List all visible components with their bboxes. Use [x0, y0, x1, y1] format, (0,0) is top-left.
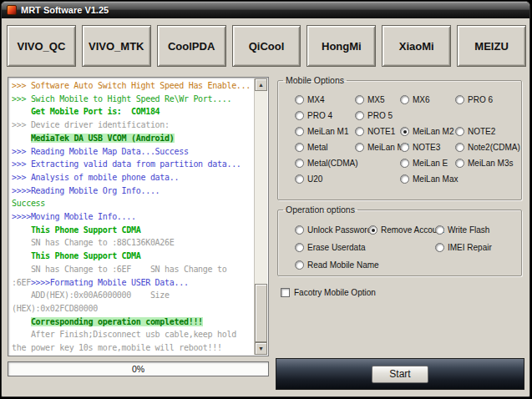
- radio-meilan-e[interactable]: MeiLan E: [400, 155, 452, 171]
- radio-label: IMEI Repair: [448, 243, 492, 252]
- radio-label: MX6: [413, 95, 430, 104]
- log-line: Corresponding operation completed!!!: [12, 316, 252, 329]
- log-segment: Get Mobile Port is: COM184: [12, 107, 160, 116]
- radio-mx6[interactable]: MX6: [400, 92, 452, 108]
- log-line: SN has Change to :6EF SN has Change to: [12, 263, 252, 276]
- log-line: Success: [12, 197, 252, 210]
- radio-circle: [368, 225, 377, 235]
- radio-circle: [295, 159, 304, 168]
- log-line: >>>>Reading Mobile Org Info....: [12, 184, 252, 198]
- radio-circle: [295, 143, 304, 152]
- radio-meilan-m3s[interactable]: MeiLan M3s: [455, 155, 521, 171]
- radio-circle: [455, 159, 464, 168]
- radio-note3[interactable]: NOTE3: [400, 139, 452, 155]
- tab-hongmi[interactable]: HongMi: [307, 25, 376, 67]
- log-panel[interactable]: >>> Software Auto Switch Hight Speed Has…: [8, 77, 269, 356]
- log-segment: [12, 134, 31, 143]
- mobile-options-grid: MX4MX5MX6PRO 6PRO 4PRO 5MeiLan M1NOTE1Me…: [278, 85, 521, 187]
- checkbox-label: Facotry Mobile Option: [294, 288, 376, 297]
- radio-meilan-m2[interactable]: MeiLan M2: [400, 124, 452, 139]
- tab-vivo-mtk[interactable]: VIVO_MTK: [82, 25, 151, 67]
- radio-u20[interactable]: U20: [295, 171, 352, 187]
- radio-label: MeiLan E: [413, 159, 448, 168]
- radio-circle: [295, 225, 304, 235]
- log-line: This Phone Support CDMA: [12, 250, 252, 263]
- mobile-options-title: Mobile Options: [283, 75, 347, 85]
- radio-imei-repair[interactable]: IMEI Repair: [435, 239, 521, 256]
- radio-meilan-m1[interactable]: MeiLan M1: [295, 124, 352, 139]
- radio-label: PRO 4: [307, 111, 332, 120]
- start-button[interactable]: Start: [372, 366, 428, 383]
- log-segment: After Finish;Disconnect usb cable,keep h…: [12, 330, 236, 339]
- radio-remove-account[interactable]: Remove Account: [368, 221, 435, 239]
- radio-label: MX4: [307, 95, 325, 104]
- radio-pro-5[interactable]: PRO 5: [355, 108, 397, 124]
- radio-circle: [455, 95, 464, 104]
- empty-cell: [435, 256, 521, 274]
- radio-circle: [295, 174, 304, 184]
- radio-mx4[interactable]: MX4: [295, 92, 352, 108]
- radio-label: NOTE2: [468, 127, 495, 136]
- scrollbar-thumb[interactable]: [255, 284, 267, 342]
- radio-metal-cdma[interactable]: Metal(CDMA): [295, 155, 352, 171]
- factory-mobile-option-checkbox[interactable]: Facotry Mobile Option: [281, 288, 376, 297]
- radio-circle: [355, 143, 364, 152]
- log-line: >>> Reading Mobile Map Data...Success: [12, 145, 252, 159]
- tab-qicool[interactable]: QiCool: [232, 25, 301, 67]
- radio-circle: [400, 143, 409, 152]
- radio-label: PRO 6: [468, 95, 493, 104]
- titlebar[interactable]: MRT Software V1.25: [2, 2, 529, 18]
- log-line: >>>>Moving Mobile Info....: [12, 210, 252, 224]
- log-segment: >>> Software Auto Switch Hight Speed Has…: [12, 81, 251, 90]
- radio-read-mobile-name[interactable]: Read Mobile Name: [295, 256, 368, 274]
- app-icon: [7, 5, 17, 15]
- radio-erase-userdata[interactable]: Erase Userdata: [295, 239, 368, 256]
- empty-cell: [368, 256, 435, 274]
- log-segment: This Phone Support CDMA: [12, 251, 140, 260]
- radio-meilan-m3[interactable]: MeiLan M3: [355, 139, 397, 155]
- radio-write-flash[interactable]: Write Flash: [435, 221, 521, 239]
- radio-pro-4[interactable]: PRO 4: [295, 108, 352, 124]
- empty-cell: [455, 171, 521, 187]
- radio-note2[interactable]: NOTE2: [455, 124, 521, 139]
- log-line: (HEX):0x02FCD80000: [12, 302, 252, 316]
- log-scrollbar[interactable]: ▲ ▼: [254, 78, 267, 355]
- radio-circle: [400, 174, 409, 184]
- radio-metal[interactable]: Metal: [295, 139, 352, 155]
- scroll-up-button[interactable]: ▲: [255, 78, 267, 91]
- log-line: MediaTek DA USB VCOM (Android): [12, 132, 252, 145]
- log-segment: >>> Extracting valid data from partition…: [12, 159, 241, 169]
- radio-unlock-password[interactable]: Unlock Password: [295, 221, 368, 239]
- radio-meilan-max[interactable]: MeiLan Max: [400, 171, 452, 187]
- empty-cell: [355, 155, 397, 171]
- empty-cell: [455, 108, 521, 124]
- operation-options-grid: Unlock PasswordRemove AccountWrite Flash…: [278, 215, 521, 274]
- log-segment: Corresponding operation completed!!!: [31, 317, 203, 326]
- scroll-down-button[interactable]: ▼: [255, 342, 267, 355]
- tab-meizu[interactable]: MEIZU: [457, 25, 526, 67]
- scrollbar-track[interactable]: [255, 91, 267, 342]
- radio-pro-6[interactable]: PRO 6: [455, 92, 521, 108]
- radio-mx5[interactable]: MX5: [355, 92, 397, 108]
- log-line: the power key 10s more,mobile will reboo…: [12, 341, 252, 354]
- radio-note2-cdma[interactable]: Note2(CDMA): [455, 139, 521, 155]
- log-segment: SN has Change to :6EF SN has Change to: [12, 265, 226, 274]
- empty-cell: [368, 239, 435, 256]
- tab-coolpda[interactable]: CoolPDA: [157, 25, 226, 67]
- empty-cell: [400, 108, 452, 124]
- radio-circle: [295, 260, 304, 270]
- radio-label: MeiLan Max: [413, 174, 458, 184]
- log-line: After Finish;Disconnect usb cable,keep h…: [12, 328, 252, 341]
- radio-circle: [295, 243, 304, 252]
- tab-xiaomi[interactable]: XiaoMi: [382, 25, 451, 67]
- radio-circle: [355, 95, 364, 104]
- log-line: >>> Extracting valid data from partition…: [12, 158, 252, 171]
- radio-label: Write Flash: [448, 225, 489, 235]
- radio-label: MeiLan M1: [307, 127, 348, 136]
- radio-label: MeiLan M3s: [468, 159, 513, 168]
- window-title: MRT Software V1.25: [21, 5, 109, 15]
- radio-circle: [295, 95, 304, 104]
- log-segment: >>> Reading Mobile Map Data...Success: [12, 147, 189, 156]
- radio-note1[interactable]: NOTE1: [355, 124, 397, 139]
- tab-vivo-qc[interactable]: VIVO_QC: [7, 25, 76, 67]
